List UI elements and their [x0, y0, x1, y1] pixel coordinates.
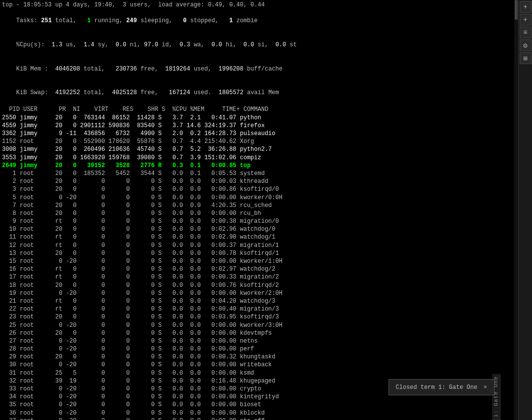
table-row: 9 root rt 0 0 0 0 S 0.0 0.0 0:00.38 migr…	[2, 217, 512, 225]
header-line-3: %Cpu(s): 1.3 us, 1.4 sy, 0.0 ni, 97.0 id…	[2, 33, 512, 57]
table-row: 18 root 20 0 0 0 0 S 0.0 0.0 0:00.76 kso…	[2, 281, 512, 289]
sidebar-menu-button[interactable]: ≡	[520, 27, 532, 38]
table-row: 29 root 20 0 0 0 0 S 0.0 0.0 0:00.32 khu…	[2, 353, 512, 361]
process-list: 2550 jimmy 20 0 763144 86152 11428 S 3.7…	[2, 114, 512, 162]
col-header: PID USER PR NI VIRT RES SHR S %CPU %MEM …	[2, 105, 512, 113]
table-row: 13 root 20 0 0 0 0 S 0.0 0.0 0:00.78 kso…	[2, 249, 512, 257]
sidebar-zoom-out-button[interactable]: +	[520, 14, 532, 26]
table-row: 35 root 0 -20 0 0 0 S 0.0 0.0 0:00.00 bi…	[2, 401, 512, 409]
table-row: 23 root 20 0 0 0 0 S 0.0 0.0 0:03.95 kso…	[2, 313, 512, 321]
table-row: 31 root 25 5 0 0 0 S 0.0 0.0 0:00.00 ksm…	[2, 369, 512, 377]
table-row: 16 root rt 0 0 0 0 S 0.0 0.0 0:02.97 wat…	[2, 265, 512, 273]
table-row: 7 root 20 0 0 0 0 S 0.0 0.0 4:20.35 rcu_…	[2, 202, 512, 210]
table-row: 30 root 0 -20 0 0 0 S 0.0 0.0 0:00.00 wr…	[2, 361, 512, 369]
scrollbar[interactable]	[514, 0, 518, 420]
table-row: 4559 jimmy 20 0 2901112 590836 83540 S 3…	[2, 122, 512, 130]
table-row: 8 root 20 0 0 0 0 S 0.0 0.0 0:00.00 rcu_…	[2, 210, 512, 217]
tasks-label: Tasks:	[16, 17, 41, 24]
header-line-4: KiB Mem : 4046208 total, 230736 free, 18…	[2, 57, 512, 81]
table-row: 28 root 0 -20 0 0 0 S 0.0 0.0 0:00.00 pe…	[2, 345, 512, 353]
table-row: 2550 jimmy 20 0 763144 86152 11428 S 3.7…	[2, 114, 512, 122]
close-notification-button[interactable]: ×	[483, 384, 487, 391]
table-row: 3 root 20 0 0 0 0 S 0.0 0.0 0:00.86 ksof…	[2, 185, 512, 193]
table-row: 11 root rt 0 0 0 0 S 0.0 0.0 0:02.90 wat…	[2, 233, 512, 241]
table-row: 3362 jimmy 9 -11 436856 6732 4900 S 2.0 …	[2, 130, 512, 138]
table-row: 10 root 20 0 0 0 0 S 0.0 0.0 0:02.96 wat…	[2, 225, 512, 233]
table-row: 37 root 0 -20 0 0 0 S 0.0 0.0 0:00.00 at…	[2, 417, 512, 420]
notification-text: Closed term 1: Gate One	[396, 384, 478, 391]
table-row: 1152 root 20 0 552900 178620 55876 S 0.7…	[2, 138, 512, 145]
table-row: 2 root 20 0 0 0 0 S 0.0 0.0 0:00.03 kthr…	[2, 177, 512, 185]
sidebar-grid-button[interactable]: ⊞	[520, 52, 532, 64]
table-row: 21 root rt 0 0 0 0 S 0.0 0.0 0:04.20 wat…	[2, 297, 512, 305]
sidebar-settings-button[interactable]: ⚙	[520, 39, 532, 51]
terminal-area: top - 18:05:53 up 4 days, 19:40, 3 users…	[0, 0, 514, 420]
table-row: 5 root 0 -20 0 0 0 S 0.0 0.0 0:00.00 kwo…	[2, 194, 512, 202]
sidebar: + + ≡ ⚙ ⊞	[518, 0, 532, 420]
table-row: 19 root 0 -20 0 0 0 S 0.0 0.0 0:00.00 kw…	[2, 289, 512, 297]
table-row: 25 root 0 -20 0 0 0 S 0.0 0.0 0:00.00 kw…	[2, 321, 512, 329]
table-row: 17 root rt 0 0 0 0 S 0.0 0.0 0:00.33 mig…	[2, 273, 512, 281]
highlighted-process-row: 2649 jimmy 20 0 39152 3528 2776 R 0.3 0.…	[2, 162, 512, 170]
table-row: 22 root rt 0 0 0 0 S 0.0 0.0 0:00.40 mig…	[2, 305, 512, 313]
table-row: 15 root 0 -20 0 0 0 S 0.0 0.0 0:00.00 kw…	[2, 257, 512, 265]
table-row: 26 root 20 0 0 0 0 S 0.0 0.0 0:00.00 kde…	[2, 329, 512, 337]
table-row: 27 root 0 -20 0 0 0 S 0.0 0.0 0:00.00 ne…	[2, 337, 512, 345]
closed-term-notification: Closed term 1: Gate One ×	[389, 379, 495, 395]
table-row: 36 root 0 -20 0 0 0 S 0.0 0.0 0:00.00 kb…	[2, 409, 512, 417]
header-line-5: KiB Swap: 4192252 total, 4025128 free, 1…	[2, 81, 512, 105]
scrollbar-thumb[interactable]	[515, 0, 518, 20]
sidebar-zoom-in-button[interactable]: +	[520, 1, 532, 13]
header-line-1: top - 18:05:53 up 4 days, 19:40, 3 users…	[2, 1, 512, 9]
table-row: 1 root 20 0 185352 5452 3544 S 0.0 0.1 0…	[2, 170, 512, 177]
header-line-2: Tasks: 251 total, 1 running, 249 sleepin…	[2, 9, 512, 33]
table-row: 12 root rt 0 0 0 0 S 0.0 0.0 0:00.37 mig…	[2, 242, 512, 249]
table-row: 3553 jimmy 20 0 1663920 159768 39080 S 0…	[2, 154, 512, 162]
table-row: 3008 jimmy 20 0 260496 210636 45740 S 0.…	[2, 145, 512, 153]
